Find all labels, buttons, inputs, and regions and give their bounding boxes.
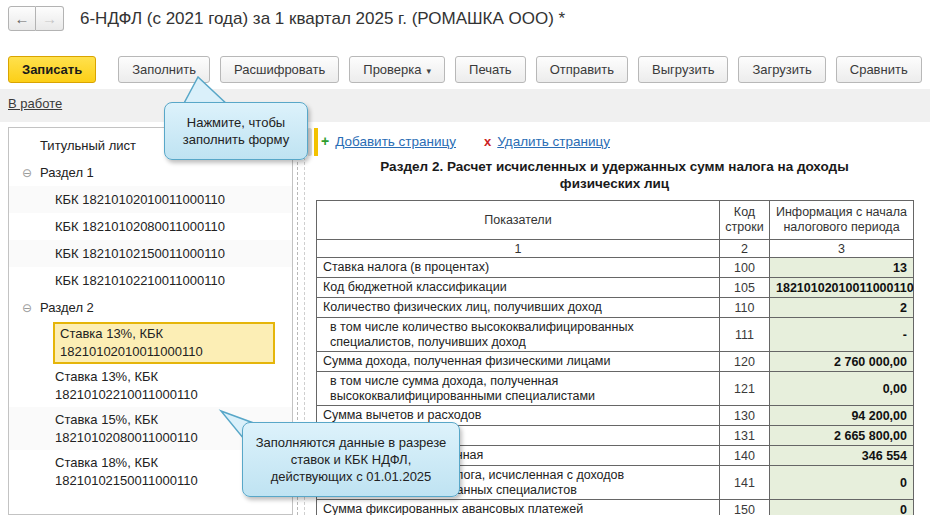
row-label: Сумма дохода, полученная физическими лиц… (317, 352, 720, 372)
row-code: 111 (720, 318, 770, 352)
compare-button[interactable]: Сравнить (836, 56, 922, 83)
active-marker-icon (314, 128, 318, 156)
col-number: 2 (720, 240, 770, 258)
add-page-label[interactable]: Добавить страницу (335, 134, 456, 149)
table-row: Количество физических лиц, получивших до… (317, 298, 914, 318)
sidebar-item-label: Титульный лист (40, 138, 136, 153)
row-value-cell[interactable]: 2 (770, 298, 914, 318)
table-row: в том числе количество высококвалифициро… (317, 318, 914, 352)
forward-arrow-icon: → (42, 10, 57, 27)
selection-highlight: Ставка 13%, КБК 18210102010011000110 (53, 322, 275, 364)
import-button[interactable]: Загрузить (738, 56, 825, 83)
row-value-cell[interactable]: - (770, 318, 914, 352)
sidebar-item-label: Ставка 18%, КБК 18210102150011000110 (55, 454, 273, 490)
sidebar-group-section1[interactable]: ⊖ Раздел 1 (9, 159, 292, 186)
sidebar-item-label: КБК 18210102010011000110 (55, 191, 225, 209)
table-row: Сумма фиксированных авансовых платежей 1… (317, 500, 914, 515)
sidebar-item-kbk[interactable]: КБК 18210102010011000110 (9, 186, 292, 213)
x-icon: x (484, 134, 491, 149)
title-bar: ← → 6-НДФЛ (с 2021 года) за 1 квартал 20… (8, 6, 565, 31)
col-header-info: Информация с начала налогового периода (770, 201, 914, 240)
delete-page-label[interactable]: Удалить страницу (497, 134, 610, 149)
row-value-cell[interactable]: 18210102010011000110 (770, 278, 914, 298)
sidebar-item-label: Раздел 2 (40, 300, 94, 315)
row-value-cell[interactable]: 2 665 800,00 (770, 426, 914, 446)
row-code: 100 (720, 258, 770, 278)
row-value-cell[interactable]: 13 (770, 258, 914, 278)
splitter-grabber[interactable] (307, 128, 318, 156)
row-label: в том числе сумма дохода, полученная выс… (317, 372, 720, 406)
check-menu-button[interactable]: Проверка▾ (349, 56, 445, 83)
col-number: 1 (317, 240, 720, 258)
sidebar-item-label: КБК 18210102210011000110 (55, 272, 225, 290)
sidebar-item-kbk[interactable]: КБК 18210102080011000110 (9, 213, 292, 240)
back-button[interactable]: ← (8, 6, 36, 31)
explain-button[interactable]: Расшифровать (220, 56, 339, 83)
row-code: 110 (720, 298, 770, 318)
back-arrow-icon: ← (15, 10, 30, 27)
tooltip-rates-data: Заполняются данные в разрезе ставок и КБ… (242, 422, 460, 497)
row-code: 120 (720, 352, 770, 372)
section-2-title: Раздел 2. Расчет исчисленных и удержанны… (316, 158, 913, 192)
collapse-icon[interactable]: ⊖ (21, 167, 33, 179)
row-value-cell[interactable]: 0 (770, 500, 914, 515)
row-value-cell[interactable]: 0 (770, 466, 914, 500)
row-value-cell[interactable]: 94 200,00 (770, 406, 914, 426)
sidebar-item-rate[interactable]: Ставка 13%, КБК 18210102210011000110 (9, 364, 292, 407)
sidebar-group-section2[interactable]: ⊖ Раздел 2 (9, 294, 292, 321)
row-code: 150 (720, 500, 770, 515)
sidebar-item-label: КБК 18210102150011000110 (55, 245, 225, 263)
status-link-in-work[interactable]: В работе (8, 96, 62, 111)
col-number: 3 (770, 240, 914, 258)
table-row: в том числе сумма дохода, полученная выс… (317, 372, 914, 406)
row-value-cell[interactable]: 2 760 000,00 (770, 352, 914, 372)
row-code: 121 (720, 372, 770, 406)
sidebar-item-label: Раздел 1 (40, 165, 94, 180)
chevron-down-icon: ▾ (427, 66, 432, 76)
table-row: Ставка налога (в процентах) 100 13 (317, 258, 914, 278)
add-page-link[interactable]: + Добавить страницу (321, 133, 456, 149)
status-band: В работе (0, 89, 930, 122)
row-code: 130 (720, 406, 770, 426)
delete-page-link[interactable]: x Удалить страницу (484, 134, 610, 149)
page-title: 6-НДФЛ (с 2021 года) за 1 квартал 2025 г… (80, 9, 565, 29)
collapse-icon[interactable]: ⊖ (21, 302, 33, 314)
row-label: Сумма фиксированных авансовых платежей (317, 500, 720, 515)
col-header-indicators: Показатели (317, 201, 720, 240)
forward-button[interactable]: → (36, 6, 64, 31)
toolbar: Записать Заполнить Расшифровать Проверка… (8, 56, 930, 83)
row-code: 105 (720, 278, 770, 298)
sidebar-item-kbk[interactable]: КБК 18210102150011000110 (9, 240, 292, 267)
plus-icon: + (321, 133, 329, 149)
row-label: Количество физических лиц, получивших до… (317, 298, 720, 318)
tooltip-fill-form: Нажмите, чтобы заполнить форму (164, 102, 308, 160)
row-label: в том числе количество высококвалифициро… (317, 318, 720, 352)
table-row: Сумма дохода, полученная физическими лиц… (317, 352, 914, 372)
row-code: 141 (720, 466, 770, 500)
page-actions: + Добавить страницу x Удалить страницу (321, 133, 610, 149)
row-code: 131 (720, 426, 770, 446)
send-button[interactable]: Отправить (536, 56, 628, 83)
save-button[interactable]: Записать (8, 56, 96, 83)
col-header-line-code: Код строки (720, 201, 770, 240)
print-button[interactable]: Печать (455, 56, 526, 83)
sidebar-item-label: Ставка 13%, КБК 18210102210011000110 (55, 368, 273, 404)
row-label: Код бюджетной классификации (317, 278, 720, 298)
row-label: Ставка налога (в процентах) (317, 258, 720, 278)
table-row: Код бюджетной классификации 105 18210102… (317, 278, 914, 298)
row-value-cell[interactable]: 346 554 (770, 446, 914, 466)
export-button[interactable]: Выгрузить (638, 56, 728, 83)
sidebar-item-kbk[interactable]: КБК 18210102210011000110 (9, 267, 292, 294)
sidebar-item-rate-selected[interactable]: Ставка 13%, КБК 18210102010011000110 (9, 321, 292, 364)
sidebar-item-label: КБК 18210102080011000110 (55, 218, 225, 236)
row-code: 140 (720, 446, 770, 466)
row-value-cell[interactable]: 0,00 (770, 372, 914, 406)
